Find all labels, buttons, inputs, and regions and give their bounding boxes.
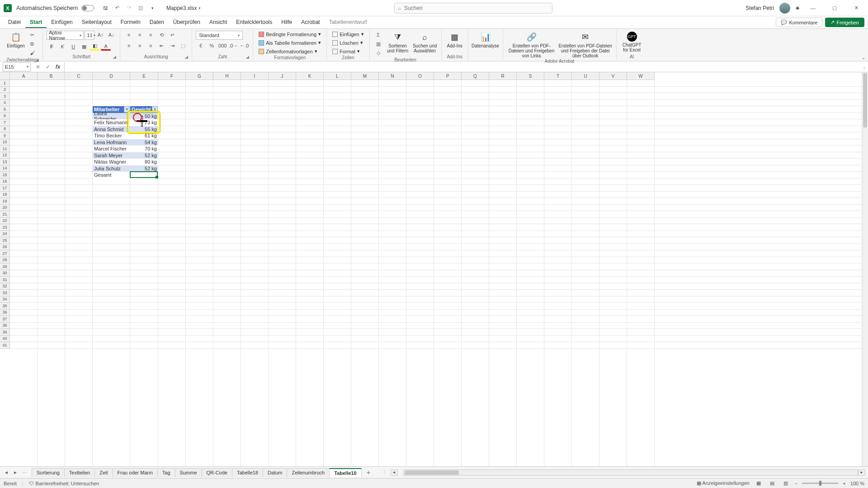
accessibility-status[interactable]: Barrierefreiheit: Untersuchen xyxy=(36,481,99,486)
vertical-scrollbar[interactable] xyxy=(862,72,868,466)
table-total-value[interactable] xyxy=(130,172,158,178)
table-cell-weight-6[interactable]: 52 kg xyxy=(130,152,158,159)
align-right-icon[interactable]: ≡ xyxy=(146,42,156,50)
table-cell-name-1[interactable]: Felix Neumann xyxy=(93,119,130,126)
merge-icon[interactable]: ⬚ xyxy=(178,42,188,50)
ribbon-tab-seitenlayout[interactable]: Seitenlayout xyxy=(77,17,116,28)
col-header-V[interactable]: V xyxy=(599,72,627,80)
orientation-icon[interactable]: ⟲ xyxy=(156,31,166,39)
increase-decimal-icon[interactable]: .0→ xyxy=(228,42,238,50)
col-header-N[interactable]: N xyxy=(379,72,406,80)
row-header-19[interactable]: 19 xyxy=(0,198,10,205)
save-icon[interactable]: 🖫 xyxy=(100,3,110,13)
redo-icon[interactable]: ↷ xyxy=(124,3,134,13)
col-header-D[interactable]: D xyxy=(93,72,130,80)
table-cell-weight-0[interactable]: 50 kg xyxy=(130,113,158,120)
col-header-O[interactable]: O xyxy=(406,72,434,80)
table-cell-weight-7[interactable]: 80 kg xyxy=(130,159,158,165)
paste-button[interactable]: 📋 Einfügen xyxy=(6,31,25,48)
ribbon-tab-einfügen[interactable]: Einfügen xyxy=(47,17,77,28)
sheet-tab-summe[interactable]: Summe xyxy=(175,468,202,477)
align-left-icon[interactable]: ≡ xyxy=(124,42,134,50)
col-header-F[interactable]: F xyxy=(158,72,186,80)
col-header-J[interactable]: J xyxy=(269,72,296,80)
table-cell-name-3[interactable]: Timo Becker xyxy=(93,132,130,139)
expand-formula-bar-icon[interactable]: ⌄ xyxy=(861,65,868,69)
col-header-Q[interactable]: Q xyxy=(462,72,489,80)
filter-button-gewicht[interactable]: ▾ xyxy=(152,106,158,113)
row-header-12[interactable]: 12 xyxy=(0,152,10,159)
percent-icon[interactable]: % xyxy=(207,42,217,50)
col-header-I[interactable]: I xyxy=(241,72,269,80)
col-header-C[interactable]: C xyxy=(65,72,93,80)
row-header-31[interactable]: 31 xyxy=(0,277,10,283)
sheet-nav-prev-icon[interactable]: ◄ xyxy=(3,469,10,477)
table-cell-name-0[interactable]: Laura Schneider xyxy=(93,113,130,120)
align-bottom-icon[interactable]: ≡ xyxy=(146,31,156,39)
zoom-level[interactable]: 100 % xyxy=(850,481,864,486)
indent-decrease-icon[interactable]: ⇤ xyxy=(156,42,166,50)
page-layout-view-icon[interactable]: ▤ xyxy=(768,480,777,487)
search-box[interactable]: ⌕ xyxy=(394,3,552,14)
ribbon-tab-ansicht[interactable]: Ansicht xyxy=(205,17,231,28)
sheet-tab-zeilenumbruch[interactable]: Zeilenumbruch xyxy=(287,468,330,477)
table-total-label[interactable]: Gesamt xyxy=(93,172,130,178)
row-header-38[interactable]: 38 xyxy=(0,323,10,329)
row-header-21[interactable]: 21 xyxy=(0,211,10,218)
decrease-decimal-icon[interactable]: ←.0 xyxy=(239,42,249,50)
filename[interactable]: Mappe3.xlsx xyxy=(166,5,197,11)
row-header-23[interactable]: 23 xyxy=(0,224,10,231)
number-format-combo[interactable]: Standard▾ xyxy=(196,31,243,40)
cancel-formula-icon[interactable]: ✕ xyxy=(33,62,42,71)
undo-icon[interactable]: ↶ xyxy=(112,3,122,13)
row-header-2[interactable]: 2 xyxy=(0,87,10,94)
wrap-text-icon[interactable]: ↵ xyxy=(167,31,177,39)
sheet-tab-sortierung[interactable]: Sortierung xyxy=(32,468,65,477)
comma-icon[interactable]: 000 xyxy=(217,42,227,50)
ribbon-tab-tabellenentwurf[interactable]: Tabellenentwurf xyxy=(325,17,372,28)
share-button[interactable]: ↗ Freigeben xyxy=(825,18,864,27)
col-header-B[interactable]: B xyxy=(38,72,65,80)
user-avatar[interactable] xyxy=(779,3,790,14)
table-cell-weight-8[interactable]: 52 kg xyxy=(130,165,158,172)
number-launcher-icon[interactable]: ◢ xyxy=(246,54,249,60)
increase-font-icon[interactable]: A↑ xyxy=(95,31,105,39)
ribbon-tab-formeln[interactable]: Formeln xyxy=(116,17,145,28)
row-header-35[interactable]: 35 xyxy=(0,303,10,310)
col-header-R[interactable]: R xyxy=(489,72,517,80)
row-header-32[interactable]: 32 xyxy=(0,283,10,290)
sheet-tab-zeit[interactable]: Zeit xyxy=(94,468,113,477)
font-size-combo[interactable]: 11▾ xyxy=(85,31,94,40)
ribbon-tab-datei[interactable]: Datei xyxy=(4,17,25,28)
bold-icon[interactable]: F xyxy=(47,42,57,51)
restore-icon[interactable]: ▢ xyxy=(826,2,843,14)
sheet-nav-more-icon[interactable]: ⋯ xyxy=(21,469,28,477)
row-header-1[interactable]: 1 xyxy=(0,80,10,87)
row-header-22[interactable]: 22 xyxy=(0,218,10,225)
delete-cells-button[interactable]: Löschen ▾ xyxy=(330,39,365,46)
row-header-34[interactable]: 34 xyxy=(0,296,10,303)
sheet-tab-tag[interactable]: Tag xyxy=(157,468,175,477)
col-header-T[interactable]: T xyxy=(544,72,572,80)
col-header-E[interactable]: E xyxy=(130,72,158,80)
border-icon[interactable]: ▦ xyxy=(79,42,89,51)
find-select-button[interactable]: ⌕Suchen und Auswählen xyxy=(412,31,438,53)
table-cell-name-2[interactable]: Anna Schmid xyxy=(93,126,130,133)
table-cell-name-4[interactable]: Lena Hofmann xyxy=(93,139,130,146)
sort-filter-button[interactable]: ⧩Sortieren und Filtern xyxy=(385,31,410,53)
camera-icon[interactable]: ◫ xyxy=(136,3,146,13)
table-cell-name-5[interactable]: Marcel Fischer xyxy=(93,145,130,152)
qat-customize-icon[interactable]: ▾ xyxy=(147,3,157,13)
horizontal-scrollbar[interactable] xyxy=(403,469,858,476)
name-box[interactable]: E15▾ xyxy=(3,62,31,71)
sheet-tab-textteilen[interactable]: Textteilen xyxy=(64,468,95,477)
row-header-4[interactable]: 4 xyxy=(0,100,10,107)
ribbon-tab-daten[interactable]: Daten xyxy=(145,17,169,28)
page-break-view-icon[interactable]: ▥ xyxy=(781,480,790,487)
hscroll-left-icon[interactable]: ◄ xyxy=(391,469,398,476)
table-cell-weight-1[interactable]: 73 kg xyxy=(130,119,158,126)
row-header-3[interactable]: 3 xyxy=(0,93,10,100)
row-header-13[interactable]: 13 xyxy=(0,159,10,165)
insert-cells-button[interactable]: Einfügen ▾ xyxy=(330,31,365,38)
sheet-tab-qr-code[interactable]: QR-Code xyxy=(202,468,232,477)
